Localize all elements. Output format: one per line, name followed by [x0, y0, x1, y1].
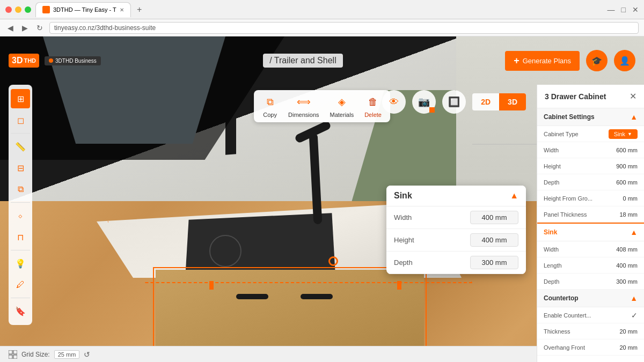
generate-plans-button[interactable]: Generate Plans [505, 51, 580, 71]
grid-size-value[interactable]: 25 mm [54, 350, 80, 359]
cabinet-depth-row: Depth 600 mm [537, 174, 644, 190]
sink-height-value[interactable]: 400 mm [470, 233, 518, 247]
sidebar-couch-icon[interactable]: ⊓ [11, 227, 30, 247]
panel-thickness-row: Panel Thickness 18 mm [537, 206, 644, 223]
delete-icon: 🗑 [365, 94, 380, 109]
view-3d-button[interactable]: 3D [499, 93, 526, 110]
new-tab-button[interactable]: + [133, 3, 146, 16]
sink-width-value[interactable]: 400 mm [470, 211, 518, 224]
sidebar-layers-icon[interactable]: ⊞ [11, 89, 30, 108]
countertop-thickness-row: Thickness 20 mm [537, 323, 644, 339]
sink-width-label: Width [394, 213, 470, 221]
sink-width-value-right: 408 mm [616, 246, 638, 253]
sidebar-divider-4 [11, 298, 30, 298]
dimensions-tool[interactable]: ⟺ Dimensions [288, 94, 319, 118]
copy-icon: ⧉ [262, 94, 277, 109]
height-from-ground-row: Height From Gro... 0 mm [537, 190, 644, 206]
browser-close-btn[interactable]: ✕ [632, 5, 639, 14]
sidebar-paint-icon[interactable]: 🖊 [11, 275, 30, 294]
graduation-cap-icon: 🎓 [591, 56, 602, 66]
browser-minimize[interactable] [15, 6, 21, 13]
view-3d-mode-button[interactable]: 🔲 [442, 90, 466, 114]
sink-depth-row: Depth 300 mm [386, 252, 526, 274]
sidebar-3d-icon[interactable]: ◻ [11, 110, 30, 130]
cabinet-depth-value: 600 mm [616, 179, 638, 186]
cabinet-type-row: Cabinet Type Sink [537, 126, 644, 142]
view-controls: 👁 📷 🔲 2D 3D [382, 90, 526, 114]
tab-close-icon[interactable]: ✕ [120, 7, 124, 13]
overhang-front-label: Overhang Front [544, 344, 619, 351]
dimensions-icon: ⟺ [296, 94, 311, 109]
logo-area: 3D THD 3DTHD Business [9, 54, 101, 68]
user-icon: 👤 [619, 56, 630, 66]
sink-depth-label: Depth [394, 258, 470, 267]
svg-rect-3 [13, 355, 17, 359]
sidebar-measure-icon[interactable]: 📏 [11, 137, 30, 156]
sidebar-divider-2 [11, 202, 30, 203]
grid-size-area: Grid Size: 25 mm ↺ [9, 350, 90, 359]
cabinet-type-button[interactable]: Sink [609, 129, 638, 139]
cabinet-settings-section[interactable]: Cabinet Settings ▲ [537, 108, 644, 126]
copy-tool[interactable]: ⧉ Copy [262, 94, 277, 118]
right-panel: 3 Drawer Cabinet ✕ Cabinet Settings ▲ Ca… [537, 85, 644, 362]
camera-icon: 📷 [418, 96, 430, 108]
3d-mode-icon: 🔲 [448, 96, 460, 108]
reset-icon[interactable]: ↺ [84, 350, 90, 359]
sink-depth-value[interactable]: 300 mm [470, 256, 518, 269]
view-2d-3d-toggle: 2D 3D [472, 93, 526, 110]
left-sidebar: ⊞ ◻ 📏 ⊟ ⧉ ⬦ ⊓ 💡 🖊 🔖 [9, 85, 32, 325]
sidebar-bookmark-icon[interactable]: 🔖 [11, 301, 30, 321]
sink-section[interactable]: Sink ▲ [537, 223, 644, 241]
back-button[interactable]: ◀ [5, 23, 16, 33]
address-bar[interactable]: tinyeasy.co.nz/3dthd-business-suite [54, 24, 156, 32]
browser-close[interactable] [5, 6, 12, 13]
delete-tool[interactable]: 🗑 Delete [364, 94, 382, 118]
right-panel-header: 3 Drawer Cabinet ✕ [537, 85, 644, 108]
view-2d-button[interactable]: 2D [472, 93, 499, 110]
sidebar-ramp-icon[interactable]: ⬦ [11, 206, 30, 225]
sink-height-label: Height [394, 236, 470, 244]
browser-resize-icon[interactable]: □ [621, 5, 626, 14]
right-panel-close-button[interactable]: ✕ [630, 91, 636, 101]
enable-countertop-label: Enable Countert... [544, 312, 631, 319]
grid-icon [9, 350, 17, 359]
sidebar-layers2-icon[interactable]: ⧉ [11, 180, 30, 199]
toolbar-right: Generate Plans 🎓 👤 [505, 50, 635, 71]
browser-tab[interactable]: 3DTHD — Tiny Easy - T ✕ [35, 2, 131, 17]
browser-maximize[interactable] [25, 6, 31, 13]
business-dot [49, 58, 53, 63]
sink-length-row: Length 400 mm [537, 257, 644, 274]
sidebar-light-icon[interactable]: 💡 [11, 254, 30, 273]
help-button[interactable]: 🎓 [586, 50, 608, 71]
browser-minimize-icon[interactable]: — [608, 5, 615, 14]
view-eye-button[interactable]: 👁 [382, 90, 406, 114]
sink-length-value: 400 mm [616, 262, 638, 269]
cabinet-height-row: Height 900 mm [537, 158, 644, 174]
panel-thickness-label: Panel Thickness [544, 211, 619, 218]
view-camera-button[interactable]: 📷 [412, 90, 436, 114]
sink-length-label: Length [544, 262, 616, 269]
materials-tool[interactable]: ◈ Materials [330, 94, 354, 118]
sink-panel-title: Sink [394, 191, 412, 201]
forward-button[interactable]: ▶ [20, 23, 30, 33]
extra-value: — [632, 360, 638, 363]
sink-depth-row-right: Depth 300 mm [537, 274, 644, 290]
sidebar-grid-icon[interactable]: ⊟ [11, 158, 30, 178]
height-from-ground-label: Height From Gro... [544, 195, 623, 202]
logo: 3D THD [9, 54, 39, 68]
app-title: / Trailer and Shell [263, 54, 343, 68]
countertop-label: Countertop [544, 294, 579, 302]
countertop-section[interactable]: Countertop ▲ [537, 290, 644, 307]
enable-countertop-check-icon[interactable]: ✓ [631, 311, 638, 320]
refresh-button[interactable]: ↻ [34, 23, 45, 33]
sidebar-divider-1 [11, 133, 30, 134]
user-button[interactable]: 👤 [614, 50, 635, 71]
svg-rect-2 [9, 355, 12, 359]
sink-panel-collapse-icon[interactable]: ▲ [510, 191, 518, 201]
business-logo: 3DTHD Business [45, 56, 101, 65]
top-toolbar: 3D THD 3DTHD Business / Trailer and Shel… [0, 36, 644, 85]
cabinet-type-label: Cabinet Type [544, 131, 609, 137]
overhang-front-row: Overhang Front 20 mm [537, 339, 644, 356]
cabinet-depth-label: Depth [544, 179, 616, 186]
materials-icon: ◈ [334, 94, 349, 109]
